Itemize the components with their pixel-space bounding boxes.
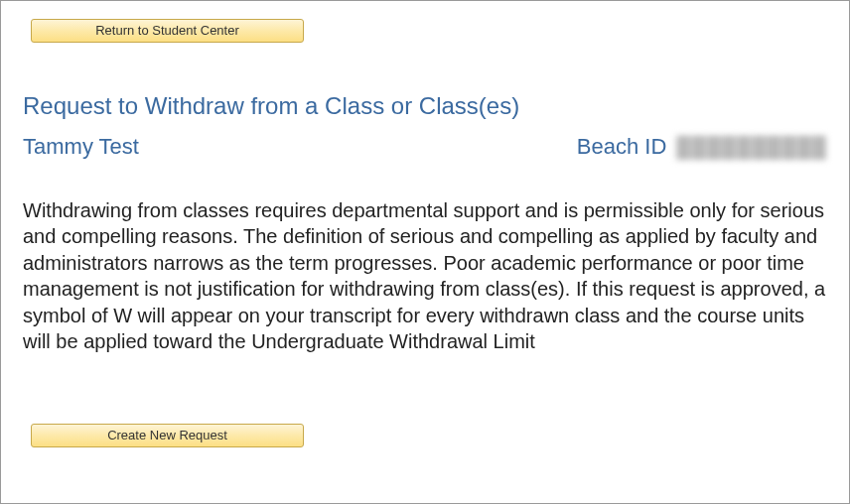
beach-id-value: ██████████ — [676, 136, 827, 159]
bottom-button-row: Create New Request — [31, 424, 827, 447]
return-to-student-center-button[interactable]: Return to Student Center — [31, 19, 304, 43]
beach-id-block: Beach ID ██████████ — [577, 134, 827, 160]
subhead-row: Tammy Test Beach ID ██████████ — [23, 134, 827, 160]
top-button-row: Return to Student Center — [31, 19, 827, 43]
withdrawal-policy-text: Withdrawing from classes requires depart… — [23, 197, 827, 354]
student-name: Tammy Test — [23, 134, 139, 160]
beach-id-label: Beach ID — [577, 134, 667, 160]
create-new-request-button[interactable]: Create New Request — [31, 424, 304, 447]
page-title: Request to Withdraw from a Class or Clas… — [23, 92, 827, 120]
